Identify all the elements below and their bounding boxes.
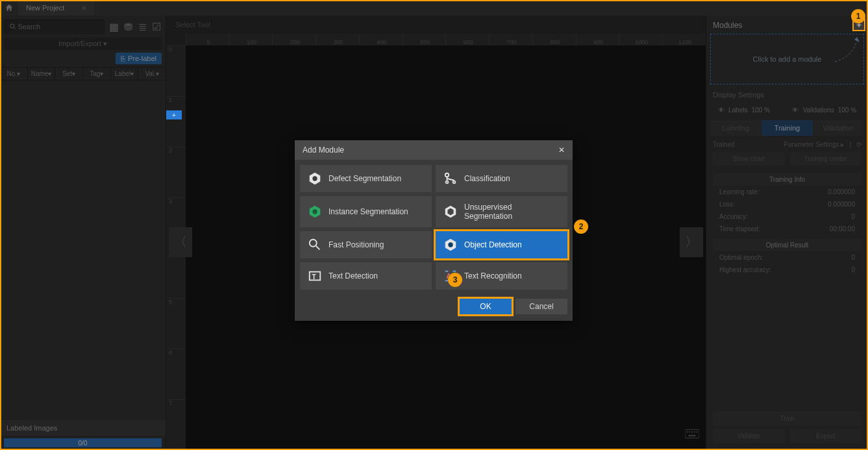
col-val[interactable]: Val.▾ — [138, 68, 166, 80]
refresh-icon[interactable]: ⟳ — [856, 141, 862, 148]
option-label: Text Recognition — [464, 271, 522, 281]
left-panel: ▦ ⛃ ≣ ☑ Import/Export ▾ ⎘ Pre-label No.▾… — [0, 16, 166, 450]
project-tab-title: New Project — [26, 4, 64, 12]
dialog-titlebar: Add Module ✕ — [295, 140, 573, 160]
keyboard-icon[interactable] — [685, 429, 699, 441]
text-box-icon: T — [308, 269, 322, 283]
curved-arrow-icon — [834, 37, 860, 63]
train-button[interactable]: Train — [713, 411, 862, 426]
optimal-result-card: Optimal Result Optimal epoch:0 Highest a… — [713, 239, 862, 276]
labels-visibility[interactable]: 👁 Labels 100 % — [718, 106, 770, 114]
chevron-left-icon: 〈 — [174, 233, 187, 251]
prelabel-label: Pre-label — [128, 55, 156, 62]
option-label: Classification — [464, 174, 510, 183]
svg-point-15 — [312, 209, 317, 214]
svg-line-1 — [14, 28, 16, 30]
hexagon-outline-icon — [443, 205, 458, 219]
svg-rect-6 — [694, 431, 695, 432]
col-no[interactable]: No.▾ — [0, 68, 28, 80]
col-name[interactable]: Name▾ — [28, 68, 56, 80]
svg-point-12 — [446, 181, 449, 184]
dialog-actions: OK Cancel — [295, 295, 573, 321]
validations-visibility[interactable]: 👁 Validations 100 % — [792, 106, 856, 114]
tab-labeling[interactable]: Labeling — [710, 120, 762, 136]
eye-icon: 👁 — [792, 106, 799, 114]
validate-button[interactable]: Validate — [713, 429, 785, 444]
checklist-icon[interactable]: ☑ — [151, 21, 162, 32]
col-label[interactable]: Label▾ — [111, 68, 139, 80]
next-image-button[interactable]: 〉 — [680, 227, 703, 257]
svg-point-0 — [10, 24, 14, 28]
add-module-hint: Click to add a module — [753, 55, 822, 63]
callout-1: 1 — [851, 9, 865, 23]
optimal-result-title: Optimal Result — [713, 239, 862, 251]
option-unsupervised-segmentation[interactable]: Unsupervised Segmentation — [436, 196, 567, 227]
add-module-dropzone[interactable]: Click to add a module — [710, 34, 864, 84]
svg-rect-8 — [689, 435, 696, 436]
svg-rect-7 — [696, 431, 697, 432]
svg-point-18 — [310, 240, 317, 247]
hexagon-white-icon — [308, 171, 322, 186]
hexagon-blue-icon — [443, 238, 458, 252]
parameter-settings-link[interactable]: Parameter Settings ▸ — [784, 141, 844, 148]
magnifier-icon — [308, 238, 322, 252]
hexagon-green-icon — [308, 205, 322, 219]
search-input-wrap[interactable] — [4, 19, 105, 34]
callout-3: 3 — [448, 273, 462, 287]
import-export-dropdown[interactable]: Import/Export ▾ — [4, 38, 162, 50]
option-fast-positioning[interactable]: Fast Positioning — [300, 231, 432, 258]
chevron-right-icon: 〉 — [685, 233, 698, 251]
prelabel-row: ⎘ Pre-label — [0, 53, 166, 67]
option-classification[interactable]: Classification — [436, 165, 567, 192]
vertical-ruler: 01234567 — [166, 45, 186, 450]
cancel-button[interactable]: Cancel — [515, 299, 567, 314]
export-button[interactable]: Export — [790, 429, 862, 444]
ok-button[interactable]: OK — [460, 299, 512, 314]
modules-title: Modules — [713, 21, 742, 30]
project-tab[interactable]: New Project ✕ — [18, 0, 94, 16]
home-button[interactable] — [0, 0, 18, 16]
tab-validation[interactable]: Validation — [813, 120, 864, 136]
option-object-detection[interactable]: Object Detection — [436, 231, 567, 258]
show-chart-button[interactable]: Show chart — [713, 152, 785, 166]
option-text-detection[interactable]: T Text Detection — [300, 262, 432, 290]
dialog-close-icon[interactable]: ✕ — [558, 145, 565, 155]
stamp-tool-icon[interactable]: ▣ — [166, 88, 183, 104]
tab-close-icon[interactable]: ✕ — [81, 5, 86, 12]
eye-icon: 👁 — [718, 106, 725, 114]
title-bar: New Project ✕ — [0, 0, 868, 16]
option-label: Unsupervised Segmentation — [464, 203, 560, 221]
search-icon — [8, 21, 18, 32]
option-label: Defect Segmentation — [329, 174, 401, 183]
search-input[interactable] — [18, 23, 100, 31]
image-grid-icon[interactable]: ▦ — [108, 21, 119, 32]
svg-rect-4 — [689, 431, 690, 432]
prev-image-button[interactable]: 〈 — [169, 227, 192, 257]
add-module-dialog: Add Module ✕ Defect Segmentation Classif… — [295, 140, 573, 321]
training-info-title: Training Info — [713, 173, 862, 186]
panel-drag-handle[interactable]: + — [166, 110, 182, 119]
home-icon — [4, 3, 14, 13]
svg-text:T: T — [312, 273, 316, 281]
import-row: Import/Export ▾ — [0, 38, 166, 53]
filter-icon[interactable]: ⛃ — [123, 21, 133, 32]
labeled-progress: 0/0 — [4, 438, 162, 447]
option-defect-segmentation[interactable]: Defect Segmentation — [300, 165, 432, 192]
brush-tool-icon[interactable]: ✎ — [166, 70, 183, 86]
right-panel: Modules Click to add a module Display Se… — [706, 16, 868, 450]
prelabel-icon: ⎘ — [121, 55, 125, 62]
svg-line-19 — [316, 246, 320, 250]
option-instance-segmentation[interactable]: Instance Segmentation — [300, 196, 432, 227]
col-tag[interactable]: Tag▾ — [83, 68, 111, 80]
callout-2: 2 — [574, 219, 588, 234]
left-toolbar: ▦ ⛃ ≣ ☑ — [0, 16, 166, 38]
tab-training[interactable]: Training — [762, 120, 813, 136]
col-set[interactable]: Set▾ — [55, 68, 83, 80]
plus-icon: + — [172, 112, 176, 119]
svg-point-10 — [312, 176, 317, 181]
cursor-tool-icon[interactable]: ↖ — [166, 52, 183, 68]
prelabel-button[interactable]: ⎘ Pre-label — [116, 53, 162, 64]
svg-rect-2 — [685, 430, 699, 438]
list-icon[interactable]: ≣ — [137, 21, 147, 32]
training-center-button[interactable]: Training center — [790, 152, 862, 166]
